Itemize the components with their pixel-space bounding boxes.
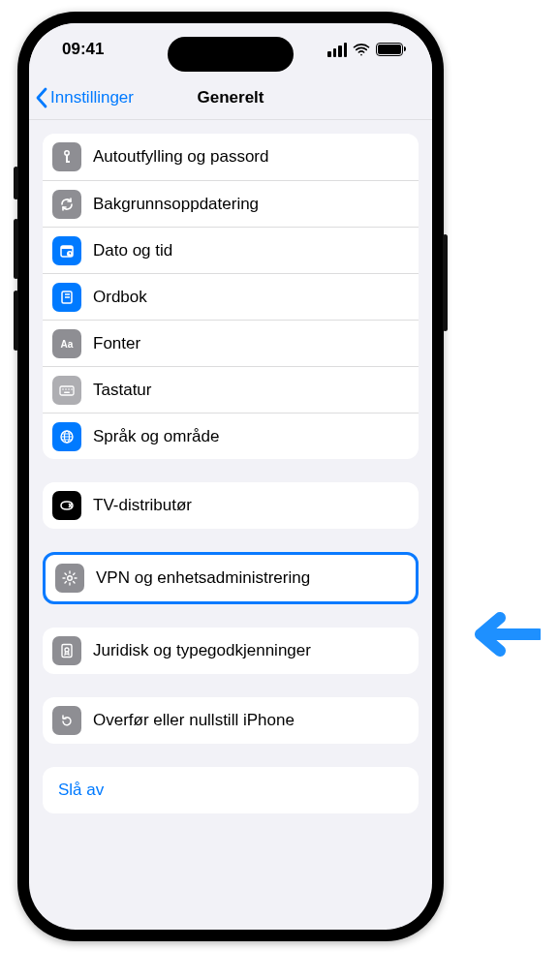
- settings-row-label: Bakgrunnsoppdatering: [93, 195, 399, 214]
- settings-row-label: TV-distributør: [93, 496, 399, 515]
- volume-down-button: [14, 291, 18, 351]
- settings-row[interactable]: Fonter: [43, 320, 419, 366]
- settings-row-label: Juridisk og typegodkjenninger: [93, 641, 399, 660]
- chevron-right-icon: [399, 383, 407, 397]
- settings-row-label: Autoutfylling og passord: [93, 147, 399, 167]
- settings-row-label: Ordbok: [93, 288, 399, 307]
- power-button: [443, 234, 448, 331]
- settings-group: Autoutfylling og passordBakgrunnsoppdate…: [43, 134, 419, 459]
- globe-icon: [52, 422, 81, 451]
- tv-icon: [52, 491, 81, 520]
- keyboard-icon: [52, 376, 81, 405]
- settings-row[interactable]: Språk og område: [43, 413, 419, 459]
- battery-icon: [376, 43, 403, 56]
- settings-row[interactable]: Dato og tid: [43, 227, 419, 273]
- settings-group: Overfør eller nullstill iPhone: [43, 697, 419, 744]
- settings-row-label: Språk og område: [93, 427, 399, 446]
- calendar-icon: [52, 236, 81, 265]
- chevron-right-icon: [399, 150, 407, 164]
- gear-icon: [55, 564, 84, 593]
- settings-group: TV-distributør: [43, 482, 419, 529]
- settings-row[interactable]: TV-distributør: [43, 482, 419, 529]
- cert-icon: [52, 636, 81, 665]
- settings-row[interactable]: Ordbok: [43, 273, 419, 320]
- settings-group-highlighted: VPN og enhetsadministrering: [43, 552, 419, 604]
- back-button[interactable]: Innstillinger: [35, 87, 134, 108]
- chevron-right-icon: [399, 244, 407, 258]
- chevron-right-icon: [399, 291, 407, 304]
- status-time: 09:41: [62, 40, 104, 59]
- settings-row[interactable]: VPN og enhetsadministrering: [46, 555, 416, 601]
- book-icon: [52, 283, 81, 312]
- volume-up-button: [14, 219, 18, 279]
- settings-row[interactable]: Overfør eller nullstill iPhone: [43, 697, 419, 744]
- settings-row[interactable]: Bakgrunnsoppdatering: [43, 180, 419, 227]
- phone-frame: 09:41 Innstillinger Generelt Autoutfylli…: [17, 12, 444, 941]
- chevron-right-icon: [396, 571, 404, 585]
- settings-row[interactable]: Autoutfylling og passord: [43, 134, 419, 180]
- settings-row-label: VPN og enhetsadministrering: [96, 568, 396, 588]
- chevron-right-icon: [399, 430, 407, 444]
- screen: 09:41 Innstillinger Generelt Autoutfylli…: [29, 23, 432, 930]
- chevron-right-icon: [399, 714, 407, 727]
- refresh-icon: [52, 190, 81, 219]
- chevron-right-icon: [399, 337, 407, 351]
- cellular-icon: [327, 43, 347, 57]
- chevron-left-icon: [35, 87, 48, 108]
- settings-row-label: Overfør eller nullstill iPhone: [93, 711, 399, 730]
- callout-arrow: [463, 610, 541, 658]
- page-title: Generelt: [198, 88, 264, 107]
- dynamic-island: [168, 37, 294, 72]
- settings-group: Juridisk og typegodkjenninger: [43, 628, 419, 674]
- settings-row-label: Fonter: [93, 334, 399, 353]
- back-label: Innstillinger: [50, 88, 134, 107]
- status-indicators: [327, 41, 403, 58]
- fonts-icon: [52, 329, 81, 358]
- chevron-right-icon: [399, 499, 407, 512]
- settings-group: Slå av: [43, 767, 419, 813]
- settings-row-label: Dato og tid: [93, 241, 399, 260]
- content-scroll[interactable]: Autoutfylling og passordBakgrunnsoppdate…: [29, 120, 432, 930]
- chevron-right-icon: [399, 644, 407, 658]
- chevron-right-icon: [399, 198, 407, 211]
- settings-row[interactable]: Tastatur: [43, 366, 419, 413]
- navigation-bar: Innstillinger Generelt: [29, 76, 432, 120]
- reset-icon: [52, 706, 81, 735]
- settings-row[interactable]: Juridisk og typegodkjenninger: [43, 628, 419, 674]
- wifi-icon: [353, 41, 370, 58]
- mute-switch: [14, 167, 18, 199]
- key-icon: [52, 142, 81, 171]
- shutdown-link[interactable]: Slå av: [58, 781, 403, 800]
- settings-row-label: Tastatur: [93, 381, 399, 400]
